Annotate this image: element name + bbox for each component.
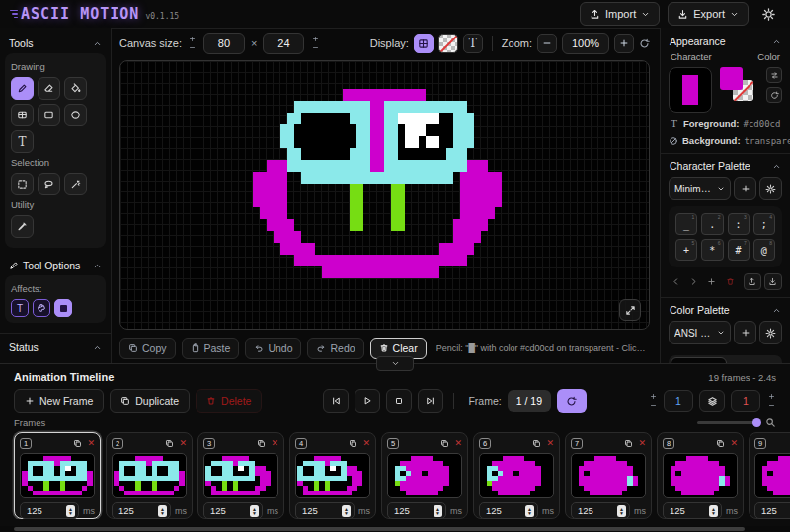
frame-card[interactable]: 9 ✕ 125 ▲▼ ms xyxy=(749,432,790,519)
palette-character-button[interactable]: : 3 xyxy=(728,213,750,235)
magic-wand-tool-button[interactable] xyxy=(64,173,87,195)
delete-frame-icon[interactable]: ✕ xyxy=(454,439,462,448)
canvas-expand-button[interactable] xyxy=(619,299,641,321)
duplicate-frame-icon[interactable] xyxy=(624,439,633,448)
theme-toggle-button[interactable] xyxy=(756,3,780,25)
paste-button[interactable]: Paste xyxy=(182,338,240,359)
duration-stepper[interactable]: ▲▼ xyxy=(342,505,351,517)
frame-duration-input[interactable]: 125 ▲▼ xyxy=(571,502,630,519)
frame-card[interactable]: 5 ✕ 125 ▲▼ ms xyxy=(381,432,468,519)
character-palette-preset-dropdown[interactable]: Minimal ASC xyxy=(669,177,731,200)
frame-thumbnail[interactable] xyxy=(387,453,462,498)
frame-duration-input[interactable]: 125 ▲▼ xyxy=(754,502,790,519)
frame-duration-input[interactable]: 125 ▲▼ xyxy=(387,502,446,519)
prev-character-button[interactable] xyxy=(669,274,683,290)
frame-card[interactable]: 3 ✕ 125 ▲▼ ms xyxy=(198,432,284,519)
fill-rect-tool-button[interactable] xyxy=(11,104,34,126)
palette-character-button[interactable]: . 2 xyxy=(701,213,723,235)
zoom-reset-button[interactable] xyxy=(639,38,650,49)
frame-thumbnail[interactable] xyxy=(663,453,738,498)
drawing-canvas[interactable] xyxy=(119,60,650,330)
next-character-button[interactable] xyxy=(686,274,701,290)
duplicate-frame-button[interactable]: Duplicate xyxy=(110,389,190,413)
width-stepper[interactable] xyxy=(188,36,198,51)
palette-character-button[interactable]: ; 4 xyxy=(753,213,775,235)
scrollbar-thumb[interactable] xyxy=(14,527,745,531)
duration-stepper[interactable]: ▲▼ xyxy=(525,505,534,517)
text-display-toggle[interactable]: T xyxy=(463,34,483,53)
frame-card[interactable]: 8 ✕ 125 ▲▼ ms xyxy=(657,432,744,519)
frame-thumbnail[interactable] xyxy=(571,453,646,498)
frame-thumbnail[interactable] xyxy=(203,453,278,498)
onion-next-frames-input[interactable]: 1 xyxy=(731,390,760,412)
duplicate-frame-icon[interactable] xyxy=(165,439,174,448)
duration-stepper[interactable]: ▲▼ xyxy=(434,505,442,517)
color-palette-section-header[interactable]: Color Palette xyxy=(669,298,782,320)
delete-frame-icon[interactable]: ✕ xyxy=(271,439,278,448)
export-button[interactable]: Export xyxy=(668,2,749,26)
onion-skin-toggle-button[interactable] xyxy=(699,390,725,412)
palette-character-button[interactable]: _ 1 xyxy=(675,213,697,235)
frame-duration-input[interactable]: 125 ▲▼ xyxy=(20,502,79,519)
import-characters-button[interactable] xyxy=(764,273,782,290)
palette-character-button[interactable]: # 7 xyxy=(728,239,750,261)
delete-frame-icon[interactable]: ✕ xyxy=(87,439,95,448)
play-button[interactable] xyxy=(355,389,380,413)
frame-size-slider[interactable] xyxy=(697,421,760,424)
copy-button[interactable]: Copy xyxy=(119,338,176,359)
onion-prev-stepper[interactable] xyxy=(648,393,658,409)
rectangle-tool-button[interactable] xyxy=(38,104,60,126)
transparency-display-toggle[interactable] xyxy=(438,34,458,53)
canvas-height-input[interactable]: 24 xyxy=(263,33,304,54)
skip-to-start-button[interactable] xyxy=(323,389,349,413)
frame-thumbnail[interactable] xyxy=(754,453,790,498)
frame-duration-input[interactable]: 125 ▲▼ xyxy=(479,502,538,519)
character-palette-settings-button[interactable] xyxy=(759,177,782,200)
eyedropper-tool-button[interactable] xyxy=(11,215,34,238)
frame-thumbnail[interactable] xyxy=(112,453,187,498)
tools-section-header[interactable]: Tools xyxy=(0,34,111,53)
delete-frame-icon[interactable]: ✕ xyxy=(638,439,646,448)
delete-frame-icon[interactable]: ✕ xyxy=(546,439,554,448)
character-palette-section-header[interactable]: Character Palette xyxy=(669,154,782,176)
duplicate-frame-icon[interactable] xyxy=(716,439,725,448)
grid-display-toggle[interactable] xyxy=(414,34,434,53)
delete-frame-icon[interactable]: ✕ xyxy=(179,439,187,448)
redo-button[interactable]: Redo xyxy=(307,338,363,359)
frame-thumbnail[interactable] xyxy=(295,453,370,498)
frame-card[interactable]: 4 ✕ 125 ▲▼ ms xyxy=(289,432,376,519)
frame-thumbnail[interactable] xyxy=(20,453,95,498)
duplicate-frame-icon[interactable] xyxy=(440,439,449,448)
duplicate-frame-icon[interactable] xyxy=(73,439,82,448)
frame-thumbnail[interactable] xyxy=(479,453,554,498)
palette-character-button[interactable]: @ 8 xyxy=(753,239,775,261)
appearance-section-header[interactable]: Appearance xyxy=(669,30,782,51)
undo-button[interactable]: Undo xyxy=(245,338,301,359)
fill-tool-button[interactable] xyxy=(64,77,87,100)
pencil-tool-button[interactable] xyxy=(11,77,34,100)
zoom-in-button[interactable] xyxy=(614,34,634,53)
delete-frame-button[interactable]: Delete xyxy=(196,389,262,413)
frames-scrollbar[interactable] xyxy=(0,526,790,532)
duplicate-frame-icon[interactable] xyxy=(349,439,357,448)
frame-card[interactable]: 7 ✕ 125 ▲▼ ms xyxy=(565,432,652,519)
palette-character-button[interactable]: * 6 xyxy=(701,239,723,261)
loop-toggle-button[interactable] xyxy=(557,389,587,413)
palette-character-button[interactable]: + 5 xyxy=(675,239,697,261)
export-characters-button[interactable] xyxy=(744,273,761,290)
selected-character-preview[interactable] xyxy=(669,67,712,113)
timeline-collapse-handle[interactable] xyxy=(376,356,414,371)
affects-character-toggle[interactable]: T xyxy=(11,299,29,317)
frame-duration-input[interactable]: 125 ▲▼ xyxy=(663,502,722,519)
duplicate-frame-icon[interactable] xyxy=(532,439,541,448)
rect-select-tool-button[interactable] xyxy=(11,173,34,195)
affects-background-toggle[interactable] xyxy=(54,299,72,317)
add-character-button[interactable] xyxy=(704,274,719,290)
add-color-palette-button[interactable] xyxy=(734,321,756,344)
duration-stepper[interactable]: ▲▼ xyxy=(709,505,718,517)
skip-to-end-button[interactable] xyxy=(418,389,443,413)
frame-card[interactable]: 2 ✕ 125 ▲▼ ms xyxy=(106,432,193,519)
reset-colors-button[interactable] xyxy=(766,87,782,103)
text-tool-button[interactable]: T xyxy=(11,130,34,153)
status-section-header[interactable]: Status xyxy=(0,333,111,363)
